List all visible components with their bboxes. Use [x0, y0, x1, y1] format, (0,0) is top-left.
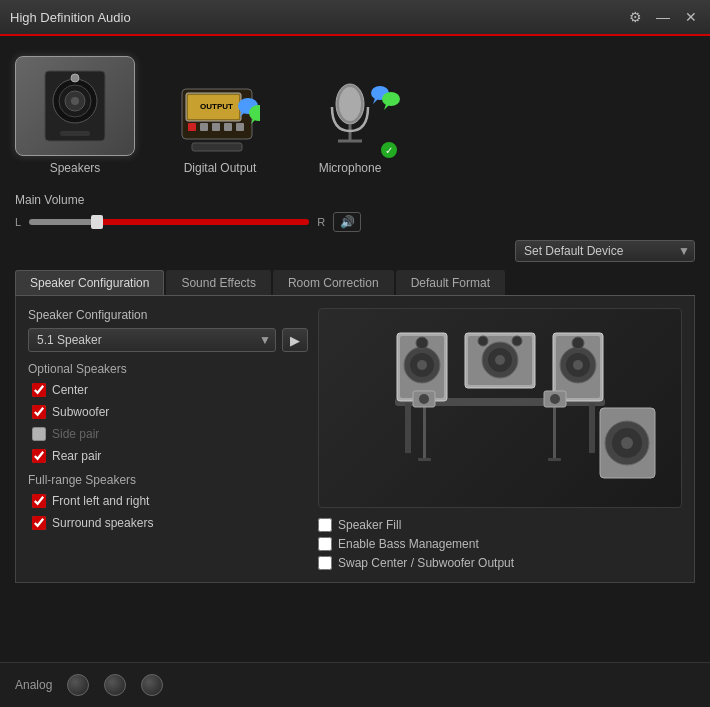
- speaker-volume-icon: 🔊: [340, 215, 355, 229]
- device-digital-output[interactable]: OUTPUT Digital Output: [175, 81, 265, 175]
- rear-pair-label[interactable]: Rear pair: [52, 449, 101, 463]
- svg-rect-30: [405, 403, 411, 453]
- microphone-check-badge: ✓: [379, 140, 399, 160]
- enable-bass-label[interactable]: Enable Bass Management: [338, 537, 479, 551]
- svg-rect-31: [589, 403, 595, 453]
- digital-output-icon-box: OUTPUT: [175, 81, 265, 156]
- speaker-display: [318, 308, 682, 508]
- checkbox-front-left-right: Front left and right: [28, 492, 308, 510]
- svg-point-58: [419, 394, 429, 404]
- speaker-select-wrapper: 5.1 Speaker Stereo Quadraphonic 7.1 Spea…: [28, 328, 276, 352]
- svg-point-6: [71, 74, 79, 82]
- svg-rect-12: [200, 123, 208, 131]
- surround-speakers-checkbox[interactable]: [32, 516, 46, 530]
- side-pair-checkbox[interactable]: [32, 427, 46, 441]
- subwoofer-label[interactable]: Subwoofer: [52, 405, 109, 419]
- volume-slider-container[interactable]: [29, 219, 309, 225]
- title-bar-title: High Definition Audio: [10, 10, 131, 25]
- svg-point-4: [71, 97, 79, 105]
- tabs-container: Speaker Configuration Sound Effects Room…: [15, 270, 695, 296]
- title-bar: High Definition Audio ⚙ — ✕: [0, 0, 710, 36]
- front-left-right-checkbox[interactable]: [32, 494, 46, 508]
- optional-speakers-title: Optional Speakers: [28, 362, 308, 376]
- analog-dot-3[interactable]: [141, 674, 163, 696]
- microphone-label: Microphone: [319, 161, 382, 175]
- device-row: Speakers OUTPUT: [15, 46, 695, 185]
- speakers-icon-box: [15, 56, 135, 156]
- center-checkbox[interactable]: [32, 383, 46, 397]
- front-left-right-label[interactable]: Front left and right: [52, 494, 149, 508]
- svg-point-49: [573, 360, 583, 370]
- analog-dot-2[interactable]: [104, 674, 126, 696]
- title-bar-controls: ⚙ — ✕: [626, 8, 700, 26]
- tab-sound-effects[interactable]: Sound Effects: [166, 270, 271, 295]
- volume-thumb[interactable]: [91, 215, 103, 229]
- bottom-bar: Analog: [0, 662, 710, 707]
- fullrange-speakers-title: Full-range Speakers: [28, 473, 308, 487]
- svg-rect-15: [236, 123, 244, 131]
- tab-room-correction[interactable]: Room Correction: [273, 270, 394, 295]
- checkbox-speaker-fill: Speaker Fill: [318, 518, 682, 532]
- checkbox-side-pair: Side pair: [28, 425, 308, 443]
- enable-bass-checkbox[interactable]: [318, 537, 332, 551]
- default-device-row: Set Default Device ▼: [15, 240, 695, 262]
- svg-point-43: [417, 360, 427, 370]
- close-button[interactable]: ✕: [682, 8, 700, 26]
- right-panel: Speaker Fill Enable Bass Management Swap…: [318, 308, 682, 570]
- main-content: Speakers OUTPUT: [0, 36, 710, 593]
- volume-section: Main Volume L R 🔊: [15, 193, 695, 232]
- tab-speaker-configuration[interactable]: Speaker Configuration: [15, 270, 164, 295]
- svg-rect-16: [192, 143, 242, 151]
- minimize-button[interactable]: —: [654, 8, 672, 26]
- svg-point-22: [339, 87, 361, 121]
- volume-left-label: L: [15, 216, 21, 228]
- swap-center-label[interactable]: Swap Center / Subwoofer Output: [338, 556, 514, 570]
- svg-rect-5: [60, 131, 90, 136]
- checkbox-subwoofer: Subwoofer: [28, 403, 308, 421]
- svg-point-37: [478, 336, 488, 346]
- device-microphone[interactable]: ✓ Microphone: [305, 81, 395, 175]
- left-panel: Speaker Configuration 5.1 Speaker Stereo…: [28, 308, 308, 570]
- surround-speakers-label[interactable]: Surround speakers: [52, 516, 153, 530]
- svg-rect-60: [548, 458, 561, 461]
- volume-row: L R 🔊: [15, 212, 695, 232]
- analog-dot-1[interactable]: [67, 674, 89, 696]
- speaker-fill-label[interactable]: Speaker Fill: [338, 518, 401, 532]
- speakers-label: Speakers: [50, 161, 101, 175]
- tab-default-format[interactable]: Default Format: [396, 270, 505, 295]
- play-test-button[interactable]: ▶: [282, 328, 308, 352]
- subwoofer-checkbox[interactable]: [32, 405, 46, 419]
- center-label[interactable]: Center: [52, 383, 88, 397]
- swap-center-checkbox[interactable]: [318, 556, 332, 570]
- svg-rect-55: [423, 405, 426, 460]
- svg-rect-14: [224, 123, 232, 131]
- title-bar-left: High Definition Audio: [10, 10, 131, 25]
- tab-content: Speaker Configuration 5.1 Speaker Stereo…: [15, 296, 695, 583]
- volume-label: Main Volume: [15, 193, 695, 207]
- checkbox-enable-bass: Enable Bass Management: [318, 537, 682, 551]
- speaker-fill-checkbox[interactable]: [318, 518, 332, 532]
- svg-rect-56: [418, 458, 431, 461]
- right-checkboxes: Speaker Fill Enable Bass Management Swap…: [318, 518, 682, 570]
- chat-bubbles-icon: [370, 81, 400, 111]
- default-device-select[interactable]: Set Default Device: [515, 240, 695, 262]
- checkbox-surround-speakers: Surround speakers: [28, 514, 308, 532]
- microphone-icon-box: ✓: [305, 81, 395, 156]
- analog-label: Analog: [15, 678, 52, 692]
- svg-point-62: [550, 394, 560, 404]
- speaker-config-select[interactable]: 5.1 Speaker Stereo Quadraphonic 7.1 Spea…: [28, 328, 276, 352]
- digital-output-label: Digital Output: [184, 161, 257, 175]
- speaker-config-row: 5.1 Speaker Stereo Quadraphonic 7.1 Spea…: [28, 328, 308, 352]
- svg-rect-59: [553, 405, 556, 460]
- volume-slider[interactable]: [29, 219, 309, 225]
- svg-rect-11: [188, 123, 196, 131]
- rear-pair-checkbox[interactable]: [32, 449, 46, 463]
- svg-text:OUTPUT: OUTPUT: [200, 102, 233, 111]
- side-pair-label: Side pair: [52, 427, 99, 441]
- volume-right-label: R: [317, 216, 325, 228]
- gear-button[interactable]: ⚙: [626, 8, 644, 26]
- device-speakers[interactable]: Speakers: [15, 56, 135, 175]
- mute-button[interactable]: 🔊: [333, 212, 361, 232]
- digital-output-icon: OUTPUT: [180, 81, 260, 156]
- speaker-illustration: [335, 313, 665, 503]
